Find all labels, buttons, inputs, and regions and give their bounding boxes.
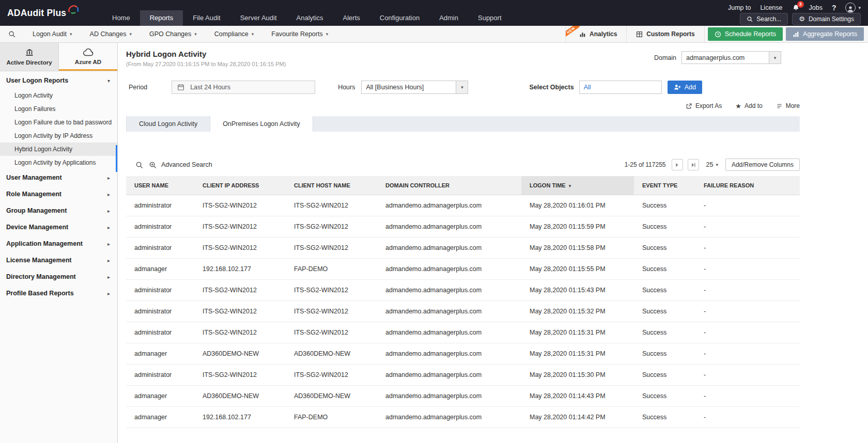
column-header-client-ip-address[interactable]: CLIENT IP ADDRESS [194,176,286,195]
sidebar-section-role-management[interactable]: Role Management▸ [0,186,117,202]
export-icon [686,103,692,109]
chevron-right-icon: ▸ [107,208,110,214]
sidebar-section-label: User Management [6,174,62,181]
custom-reports-button[interactable]: Custom Reports [626,26,704,42]
domain-settings-label: Domain Settings [809,15,854,23]
sidebar-scrollbar[interactable] [116,145,117,172]
table-row[interactable]: administratorITS-SG2-WIN2012ITS-SG2-WIN2… [126,365,800,386]
sidebar-section-device-management[interactable]: Device Management▸ [0,219,117,235]
add-objects-button[interactable]: Add [668,81,702,94]
add-remove-columns-button[interactable]: Add/Remove Columns [725,159,800,171]
sidebar-item-logon-activity-by-ip-address[interactable]: Logon Activity by IP Address [0,129,117,143]
license-link[interactable]: License [760,4,782,11]
export-as-button[interactable]: Export As [686,102,722,109]
page-size-select[interactable]: 25 ▾ [706,161,718,168]
table-row[interactable]: administratorITS-SG2-WIN2012ITS-SG2-WIN2… [126,195,800,216]
more-button[interactable]: More [776,102,800,109]
main-nav: HomeReportsFile AuditServer AuditAnalyti… [102,0,512,26]
aggregate-reports-button[interactable]: Aggregate Reports [786,27,864,41]
table-cell: Success [634,216,695,238]
select-objects-input[interactable]: All [579,81,662,94]
table-cell: - [695,259,800,280]
table-header-row: USER NAMECLIENT IP ADDRESSCLIENT HOST NA… [126,176,800,195]
table-cell: AD360DEMO-NEW [194,343,286,365]
next-page-button[interactable] [672,159,683,170]
advanced-search-icon[interactable] [149,161,157,169]
domain-settings-button[interactable]: ⚙ Domain Settings [792,13,861,25]
search-button[interactable]: Search... [740,13,788,25]
table-row[interactable]: administratorITS-SG2-WIN2012ITS-SG2-WIN2… [126,301,800,322]
nav-item-home[interactable]: Home [102,10,140,26]
add-to-button[interactable]: ★ Add to [735,102,762,109]
domain-select[interactable]: admanagerplus.com ▾ [681,51,781,64]
user-menu[interactable]: ▾ [845,3,861,13]
tab-cloud-logon-activity[interactable]: Cloud Logon Activity [126,116,210,132]
sidebar-item-logon-activity-by-applications[interactable]: Logon Activity by Applications [0,156,117,169]
advanced-search-label[interactable]: Advanced Search [161,161,212,168]
sidebar-item-hybrid-logon-activity[interactable]: Hybrid Logon Activity [0,143,117,156]
sidebar-section-group-management[interactable]: Group Management▸ [0,202,117,219]
sidebar-section-directory-management[interactable]: Directory Management▸ [0,268,117,285]
table-cell: administrator [126,322,194,343]
column-header-user-name[interactable]: USER NAME [126,176,194,195]
tab-active-directory[interactable]: Active Directory [0,43,59,71]
help-button[interactable]: ? [832,4,836,12]
table-cell: FAP-DEMO [286,407,377,428]
sidebar-section-user-management[interactable]: User Management▸ [0,169,117,186]
column-header-event-type[interactable]: EVENT TYPE [634,176,695,195]
sidebar-item-logon-activity[interactable]: Logon Activity [0,89,117,102]
notifications-button[interactable]: 3 [792,4,800,12]
analytics-button[interactable]: NEW Analytics [565,26,626,42]
sidebar-section-application-management[interactable]: Application Management▸ [0,235,117,252]
schedule-reports-button[interactable]: Schedule Reports [708,27,783,41]
nav-item-analytics[interactable]: Analytics [287,10,333,26]
jump-to-link[interactable]: Jump to [728,4,751,11]
table-cell: administrator [126,301,194,322]
jobs-link[interactable]: Jobs [809,4,823,11]
table-row[interactable]: administratorITS-SG2-WIN2012ITS-SG2-WIN2… [126,322,800,343]
table-row[interactable]: administratorITS-SG2-WIN2012ITS-SG2-WIN2… [126,238,800,259]
table-cell: admandemo.admanagerplus.com [377,301,521,322]
column-header-logon-time[interactable]: LOGON TIME▾ [521,176,634,195]
hours-select[interactable]: All [Business Hours] ▾ [361,81,468,94]
table-row[interactable]: admanager192.168.102.177FAP-DEMOadmandem… [126,259,800,280]
nav-item-admin[interactable]: Admin [429,10,468,26]
sidebar-item-logon-failures[interactable]: Logon Failures [0,102,117,116]
table-cell: May 28,2020 01:14:42 PM [521,407,634,428]
nav-item-server-audit[interactable]: Server Audit [230,10,287,26]
tab-onpremises-logon-activity[interactable]: OnPremises Logon Activity [210,116,313,132]
menu-compliance[interactable]: Compliance▾ [206,26,263,42]
chevron-right-icon: ▸ [107,225,110,230]
nav-item-file-audit[interactable]: File Audit [183,10,230,26]
report-date-range: (From May 27,2020 01:16:15 PM to May 28,… [126,61,286,67]
sidebar-item-logon-failure-due-to-bad-password[interactable]: Logon Failure due to bad password [0,116,117,129]
table-row[interactable]: admanagerAD360DEMO-NEWAD360DEMO-NEWadman… [126,386,800,407]
menu-favourite-reports[interactable]: Favourite Reports▾ [262,26,337,42]
chevron-right-icon: ▸ [107,274,110,280]
column-header-domain-controller[interactable]: DOMAIN CONTROLLER [377,176,521,195]
sidebar-section-user-logon-reports[interactable]: User Logon Reports▾ [0,72,117,89]
report-search-button[interactable] [0,26,24,42]
column-header-client-host-name[interactable]: CLIENT HOST NAME [286,176,377,195]
table-row[interactable]: admanager192.168.102.177FAP-DEMOadmandem… [126,407,800,428]
column-header-failure-reason[interactable]: FAILURE REASON [695,176,800,195]
table-row[interactable]: admanagerAD360DEMO-NEWAD360DEMO-NEWadman… [126,343,800,365]
sidebar-section-license-management[interactable]: License Management▸ [0,252,117,268]
app-logo[interactable]: ADAudit Plus [0,0,102,26]
menu-logon-audit[interactable]: Logon Audit▾ [24,26,81,42]
pagination-range: 1-25 of 117255 [625,161,666,168]
last-page-button[interactable] [688,159,699,170]
period-input[interactable]: Last 24 Hours [172,81,315,94]
menu-ad-changes[interactable]: AD Changes▾ [81,26,141,42]
nav-item-alerts[interactable]: Alerts [333,10,370,26]
tab-azure-ad[interactable]: Azure AD [59,43,117,71]
sidebar-section-label: Group Management [6,207,67,214]
search-icon[interactable] [135,161,143,169]
nav-item-configuration[interactable]: Configuration [370,10,429,26]
nav-item-support[interactable]: Support [468,10,512,26]
menu-gpo-changes[interactable]: GPO Changes▾ [141,26,206,42]
nav-item-reports[interactable]: Reports [140,10,183,26]
table-row[interactable]: administratorITS-SG2-WIN2012ITS-SG2-WIN2… [126,280,800,301]
table-row[interactable]: administratorITS-SG2-WIN2012ITS-SG2-WIN2… [126,216,800,238]
sidebar-section-profile-based-reports[interactable]: Profile Based Reports▸ [0,285,117,302]
